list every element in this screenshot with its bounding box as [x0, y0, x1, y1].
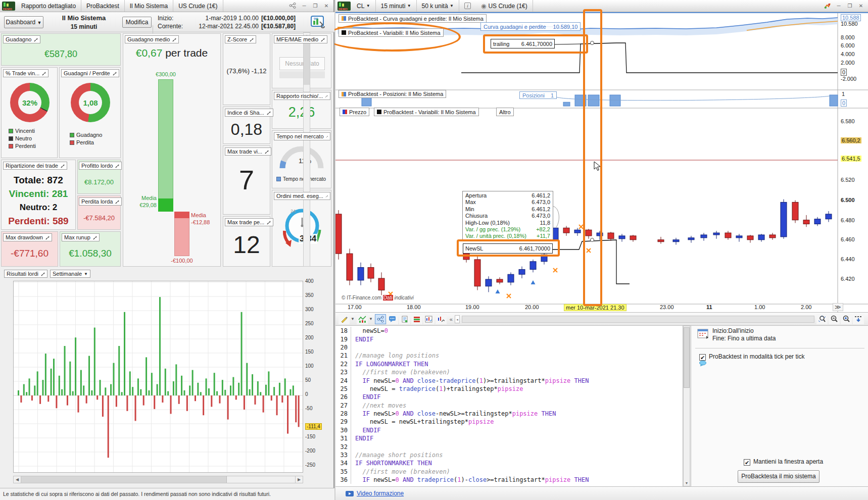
minimize-icon[interactable]: ─ [835, 3, 843, 10]
profit-loss-donut: 1,08 [71, 83, 110, 122]
code-line-number: 26 [335, 393, 351, 401]
hscroll-left-icon[interactable]: ◂ [455, 315, 460, 323]
backtest-settings-icon[interactable] [436, 314, 447, 324]
code-line-text: newSL=0 [351, 327, 388, 335]
guadagno-medio-chip[interactable]: Guadagno medio [125, 35, 179, 43]
tooltip-row: High-Low (0,18%)11,8 [463, 220, 553, 226]
time-axis-tick: 1.00 [754, 304, 765, 310]
variables-icon [342, 30, 346, 35]
max-drawdown-chip[interactable]: Max drawdown [3, 233, 52, 241]
tick-mode-checkbox[interactable]: ✔ [699, 354, 706, 361]
indicator-tool-dropdown[interactable]: ▼ [369, 317, 373, 321]
max-runup-chip[interactable]: Max runup [62, 233, 100, 241]
timeframe-dropdown[interactable]: 15 minuti ▼ [376, 0, 417, 12]
backtest-range[interactable]: Inizio:Dall'inizioFine: Fino a ultima da… [712, 327, 776, 342]
tempo-mercato-chip[interactable]: Tempo nel mercato [274, 132, 330, 140]
code-line: 34IF SHORTONMARKET THEN [335, 459, 683, 467]
indice-sharpe-value: 0,18 [223, 120, 270, 139]
tab-equity-curve-pane[interactable]: ProBacktest - Curva guadagni e perdite: … [339, 14, 487, 23]
mfe-mae-chip[interactable]: MFE/MAE medio [274, 35, 327, 43]
code-line-number: 20 [335, 344, 351, 351]
share-tool-icon[interactable] [375, 314, 386, 324]
draw-tool-dropdown[interactable]: ▼ [351, 317, 355, 321]
calendar-icon[interactable] [697, 328, 709, 339]
report-tab-0[interactable]: Rapporto dettagliato [16, 0, 81, 12]
code-scrollbar[interactable]: ▼ [683, 326, 690, 486]
chart-window-icon[interactable] [423, 314, 435, 324]
indice-sharpe-chip[interactable]: Indice di Sha... [225, 109, 273, 117]
ripartizione-chip[interactable]: Ripartizione dei trade [3, 162, 67, 170]
rapporto-rischio-chip[interactable]: Rapporto rischio/... [274, 92, 330, 100]
ordini-medi-chip[interactable]: Ordini med. eseg... [274, 192, 330, 200]
dashboard-dropdown[interactable]: Dashboard ▼ [4, 16, 43, 28]
maximize-icon[interactable]: ❐ [846, 3, 854, 10]
keep-open-checkbox[interactable]: ✔ [744, 459, 750, 466]
ripartizione-row: Vincenti: 281 [2, 187, 75, 201]
wrench-icon [266, 111, 271, 115]
quick-trade-icon[interactable] [824, 3, 832, 10]
code-line-text: //next moves [351, 402, 406, 410]
period-dropdown[interactable]: Settimanale▼ [50, 270, 90, 278]
code-line-text: ENDIF [351, 434, 373, 442]
z-score-chip[interactable]: Z-Score [225, 35, 256, 43]
scroll-left-icon[interactable]: ◀ [14, 476, 21, 483]
max-trade-perdenti-value: 12 [223, 231, 270, 259]
zoom-out-icon[interactable] [829, 314, 840, 324]
autoscroll-icon[interactable] [853, 314, 864, 324]
tab-variables-price[interactable]: ProBacktest - Variabili: Il Mio Sistema [374, 108, 479, 116]
minimize-icon[interactable]: ─ [300, 3, 308, 10]
max-trade-perdenti-chip[interactable]: Max trade pe... [225, 218, 273, 226]
tab-variables-pane[interactable]: ProBacktest - Variabili: Il Mio Sistema [339, 28, 444, 37]
tab-altro[interactable]: Altro [496, 108, 514, 116]
zoom-fit-icon[interactable] [816, 314, 828, 324]
scroll-down-icon[interactable]: ▼ [684, 481, 690, 485]
guadagno-chip[interactable]: Guadagno [3, 35, 40, 43]
video-formazione-link[interactable]: Video formazione [357, 490, 404, 497]
report-tab-3[interactable]: US Crude (1€) [173, 0, 223, 12]
risultati-lordi-chip[interactable]: Risultati lordi [4, 270, 47, 278]
price-axis-tick: 6.440 [841, 256, 855, 262]
zoom-in-icon[interactable] [841, 314, 852, 324]
trade-vincenti-chip[interactable]: % Trade vin... [3, 69, 49, 77]
tab-prezzo[interactable]: Prezzo [340, 108, 369, 116]
dashboard-scrollbar[interactable]: ▲ [303, 32, 310, 267]
modifica-button[interactable]: Modifica [122, 17, 152, 28]
code-editor[interactable]: 18 newSL=019ENDIF2021//manage long posit… [335, 326, 683, 486]
max-trade-vincenti-chip[interactable]: Max trade vi... [225, 147, 271, 156]
report-tab-1[interactable]: ProBacktest [81, 0, 125, 12]
instrument-dropdown[interactable]: CL ▼ [352, 0, 376, 12]
close-icon[interactable]: ✕ [857, 3, 865, 10]
code-line-number: 23 [335, 369, 351, 376]
axis-more-icon[interactable]: ≫ [833, 303, 843, 311]
chart-hscrollbar[interactable] [462, 316, 814, 323]
close-icon[interactable]: ✕ [322, 3, 330, 10]
wrench-icon [266, 220, 271, 225]
report-tool-icon[interactable] [399, 314, 410, 324]
help-bubble-icon[interactable] [699, 361, 707, 366]
tick-mode-row[interactable]: ✔ProBacktest in modalità tick per tick [699, 353, 804, 366]
run-backtest-button[interactable]: ProBacktesta il mio sistema [738, 470, 819, 483]
perdita-lorda-chip[interactable]: Perdita lorda [79, 197, 122, 206]
tab-positions-pane[interactable]: ProBacktest - Posizioni: Il Mio Sistema [339, 90, 446, 98]
maximize-icon[interactable]: ❐ [311, 3, 319, 10]
tile-perdita-lorda: Perdita lorda -€7.584,20 [77, 195, 121, 230]
tooltip-row: Var. / gg prec. (1,29%)+82,2 [463, 226, 553, 233]
info-icon[interactable]: i [459, 0, 476, 12]
indicator-tool-icon[interactable] [357, 314, 368, 324]
share-workspace-icon[interactable] [289, 3, 297, 10]
collapse-toolbar-icon[interactable]: « [450, 316, 453, 322]
scrollbar-thumb[interactable] [21, 476, 227, 483]
report-settings-icon[interactable]: oo [310, 15, 325, 29]
draw-tool-icon[interactable] [339, 314, 350, 324]
keep-open-row[interactable]: ✔Mantieni la finestra aperta [744, 458, 823, 466]
report-tab-2[interactable]: Il Mio Sistema [125, 0, 173, 12]
chart-area[interactable] [335, 12, 868, 312]
scroll-right-icon[interactable]: ▶ [295, 476, 303, 483]
profitto-lordo-chip[interactable]: Profitto lordo [79, 162, 122, 170]
comment-tool-icon[interactable] [387, 314, 398, 324]
orders-list-icon[interactable] [411, 314, 422, 324]
weekly-chart-scrollbar[interactable]: ◀ ▶ [13, 476, 303, 483]
guadagni-perdite-chip[interactable]: Guadagni / Perdite [61, 69, 119, 77]
units-dropdown[interactable]: 50 k unità ▼ [417, 0, 459, 12]
code-line: 33//manage short positions [335, 451, 683, 459]
